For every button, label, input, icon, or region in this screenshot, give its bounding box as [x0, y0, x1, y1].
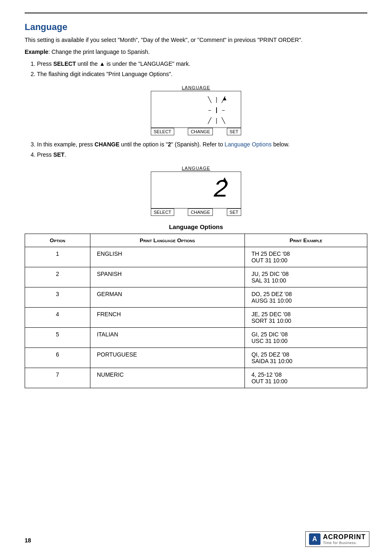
diagram2-select-btn: SELECT	[151, 208, 174, 216]
cell-option-5: 5	[25, 328, 90, 348]
diagram1-label: LANGUAGE	[182, 85, 210, 90]
diagram2-buttons: SELECT CHANGE SET	[151, 208, 241, 216]
cell-language-6: PORTUGUESE	[90, 348, 244, 368]
example-paragraph: Example: Change the print language to Sp…	[25, 48, 367, 56]
cell-language-4: FRENCH	[90, 308, 244, 328]
cell-language-3: GERMAN	[90, 287, 244, 308]
cell-language-5: ITALIAN	[90, 328, 244, 348]
diagram1-change-btn: CHANGE	[188, 128, 213, 135]
table-header-row: Option Print Language Options Print Exam…	[25, 234, 367, 247]
steps-list: Press SELECT until the ▲ is under the "L…	[37, 60, 367, 79]
step-2: The flashing digit indicates "Print Lang…	[37, 70, 367, 79]
logo-tagline: Time for Business.	[323, 541, 366, 545]
cell-option-2: 2	[25, 267, 90, 287]
page-number: 18	[25, 537, 31, 544]
col-print-language: Print Language Options	[90, 234, 244, 247]
page-title: Language	[25, 22, 367, 32]
cell-option-7: 7	[25, 368, 90, 388]
cell-option-4: 4	[25, 308, 90, 328]
table-row: 7NUMERIC4, 25-12 '08OUT 31 10:00	[25, 368, 367, 388]
top-border	[25, 12, 367, 14]
step-1: Press SELECT until the ▲ is under the "L…	[37, 60, 367, 68]
diagram2-set-btn: SET	[227, 208, 241, 216]
diagram2-change-btn: CHANGE	[188, 208, 213, 216]
diagram1-set-btn: SET	[227, 128, 241, 135]
col-option: Option	[25, 234, 90, 247]
cell-example-7: 4, 25-12 '08OUT 31 10:00	[244, 368, 367, 388]
intro-text: This setting is available if you select …	[25, 36, 367, 44]
step1-select-bold: SELECT	[53, 60, 76, 67]
cell-language-2: SPANISH	[90, 267, 244, 287]
table-row: 1ENGLISHTH 25 DEC '08OUT 31 10:00	[25, 247, 367, 267]
table-row: 5ITALIANGI, 25 DIC '08USC 31 10:00	[25, 328, 367, 348]
table-row: 6PORTUGUESEQI, 25 DEZ '08SAIDA 31 10:00	[25, 348, 367, 368]
diagram2-label: LANGUAGE	[182, 166, 210, 171]
step3-change-bold: CHANGE	[95, 141, 120, 148]
example-label: Example	[25, 49, 48, 55]
table-row: 2SPANISHJU, 25 DIC '08SAL 31 10:00	[25, 267, 367, 287]
table-body: 1ENGLISHTH 25 DEC '08OUT 31 10:002SPANIS…	[25, 247, 367, 388]
diagram-2: LANGUAGE ▲ 2 SELECT CHANGE SET	[143, 166, 249, 216]
cell-example-2: JU, 25 DIC '08SAL 31 10:00	[244, 267, 367, 287]
diagram-1: LANGUAGE ▲ ╲ | ╱ – | – ╱ | ╲ SELECT CHAN…	[143, 85, 249, 135]
cell-option-1: 1	[25, 247, 90, 267]
table-row: 3GERMANDO, 25 DEZ '08AUSG 31 10:00	[25, 287, 367, 308]
cell-example-6: QI, 25 DEZ '08SAIDA 31 10:00	[244, 348, 367, 368]
cell-example-5: GI, 25 DIC '08USC 31 10:00	[244, 328, 367, 348]
example-text: : Change the print language to Spanish.	[48, 49, 150, 55]
diagram1-select-btn: SELECT	[151, 128, 174, 135]
diagram2-screen: ▲ 2	[151, 171, 241, 208]
diagram1-ticks: ╲ | ╱ – | – ╱ | ╲	[208, 93, 233, 126]
step-4: Press SET.	[37, 151, 367, 159]
logo-text-area: ACROPRINT Time for Business.	[323, 533, 366, 545]
step3-2-bold: 2	[168, 141, 171, 148]
logo-area: A ACROPRINT Time for Business.	[305, 531, 369, 547]
options-table-title: Language Options	[25, 223, 367, 230]
cell-language-7: NUMERIC	[90, 368, 244, 388]
cell-option-3: 3	[25, 287, 90, 308]
cell-example-4: JE, 25 DEC '08SORT 31 10:00	[244, 308, 367, 328]
logo-name: ACROPRINT	[323, 533, 366, 540]
cell-language-1: ENGLISH	[90, 247, 244, 267]
cell-example-1: TH 25 DEC '08OUT 31 10:00	[244, 247, 367, 267]
diagram1-screen: ▲ ╲ | ╱ – | – ╱ | ╲	[151, 91, 241, 128]
diagram2-arrow: ▲	[221, 175, 228, 182]
col-print-example: Print Example	[244, 234, 367, 247]
table-row: 4FRENCHJE, 25 DEC '08SORT 31 10:00	[25, 308, 367, 328]
language-options-link[interactable]: Language Options	[225, 141, 272, 148]
step-3: In this example, press CHANGE until the …	[37, 140, 367, 149]
diagram1-buttons: SELECT CHANGE SET	[151, 128, 241, 135]
logo-icon: A	[309, 533, 321, 545]
diagram1-arrow: ▲	[221, 95, 228, 102]
cell-example-3: DO, 25 DEZ '08AUSG 31 10:00	[244, 287, 367, 308]
step4-set-bold: SET	[53, 151, 65, 158]
cell-option-6: 6	[25, 348, 90, 368]
steps-list-2: In this example, press CHANGE until the …	[37, 140, 367, 159]
language-options-table: Option Print Language Options Print Exam…	[25, 234, 367, 388]
table-header: Option Print Language Options Print Exam…	[25, 234, 367, 247]
